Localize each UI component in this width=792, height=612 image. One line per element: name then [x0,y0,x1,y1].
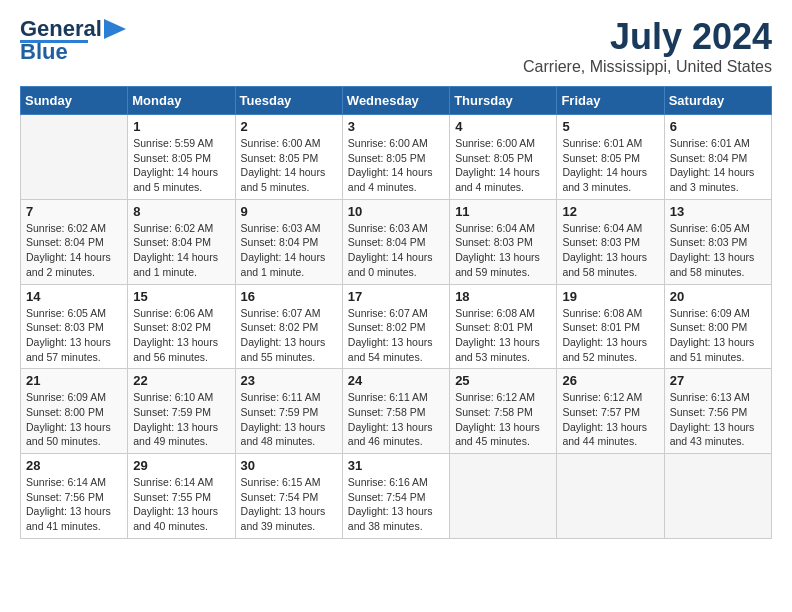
day-info: Sunrise: 6:14 AMSunset: 7:56 PMDaylight:… [26,475,122,534]
day-info: Sunrise: 6:07 AMSunset: 8:02 PMDaylight:… [241,306,337,365]
day-info: Sunrise: 6:01 AMSunset: 8:04 PMDaylight:… [670,136,766,195]
day-info: Sunrise: 6:16 AMSunset: 7:54 PMDaylight:… [348,475,444,534]
calendar-week-row: 7Sunrise: 6:02 AMSunset: 8:04 PMDaylight… [21,199,772,284]
day-info: Sunrise: 6:08 AMSunset: 8:01 PMDaylight:… [455,306,551,365]
day-number: 10 [348,204,444,219]
day-info: Sunrise: 6:15 AMSunset: 7:54 PMDaylight:… [241,475,337,534]
day-number: 19 [562,289,658,304]
calendar-cell: 26Sunrise: 6:12 AMSunset: 7:57 PMDayligh… [557,369,664,454]
calendar-cell: 28Sunrise: 6:14 AMSunset: 7:56 PMDayligh… [21,454,128,539]
calendar-week-row: 14Sunrise: 6:05 AMSunset: 8:03 PMDayligh… [21,284,772,369]
day-number: 3 [348,119,444,134]
day-of-week-header: Wednesday [342,87,449,115]
day-number: 27 [670,373,766,388]
day-number: 20 [670,289,766,304]
calendar-cell: 1Sunrise: 5:59 AMSunset: 8:05 PMDaylight… [128,115,235,200]
calendar-cell: 20Sunrise: 6:09 AMSunset: 8:00 PMDayligh… [664,284,771,369]
calendar-cell: 27Sunrise: 6:13 AMSunset: 7:56 PMDayligh… [664,369,771,454]
calendar-header-row: SundayMondayTuesdayWednesdayThursdayFrid… [21,87,772,115]
day-info: Sunrise: 6:03 AMSunset: 8:04 PMDaylight:… [241,221,337,280]
day-info: Sunrise: 6:12 AMSunset: 7:57 PMDaylight:… [562,390,658,449]
day-number: 30 [241,458,337,473]
calendar-cell: 24Sunrise: 6:11 AMSunset: 7:58 PMDayligh… [342,369,449,454]
day-number: 7 [26,204,122,219]
calendar-week-row: 1Sunrise: 5:59 AMSunset: 8:05 PMDaylight… [21,115,772,200]
svg-marker-0 [104,19,126,39]
day-info: Sunrise: 6:04 AMSunset: 8:03 PMDaylight:… [455,221,551,280]
day-number: 5 [562,119,658,134]
calendar-table: SundayMondayTuesdayWednesdayThursdayFrid… [20,86,772,539]
calendar-week-row: 21Sunrise: 6:09 AMSunset: 8:00 PMDayligh… [21,369,772,454]
day-info: Sunrise: 6:11 AMSunset: 7:58 PMDaylight:… [348,390,444,449]
day-number: 18 [455,289,551,304]
day-info: Sunrise: 6:02 AMSunset: 8:04 PMDaylight:… [26,221,122,280]
calendar-week-row: 28Sunrise: 6:14 AMSunset: 7:56 PMDayligh… [21,454,772,539]
day-number: 15 [133,289,229,304]
calendar-cell: 6Sunrise: 6:01 AMSunset: 8:04 PMDaylight… [664,115,771,200]
calendar-subtitle: Carriere, Mississippi, United States [523,58,772,76]
calendar-cell [21,115,128,200]
calendar-cell: 13Sunrise: 6:05 AMSunset: 8:03 PMDayligh… [664,199,771,284]
calendar-cell: 19Sunrise: 6:08 AMSunset: 8:01 PMDayligh… [557,284,664,369]
calendar-cell: 31Sunrise: 6:16 AMSunset: 7:54 PMDayligh… [342,454,449,539]
day-info: Sunrise: 6:09 AMSunset: 8:00 PMDaylight:… [670,306,766,365]
day-info: Sunrise: 6:12 AMSunset: 7:58 PMDaylight:… [455,390,551,449]
day-number: 25 [455,373,551,388]
day-of-week-header: Saturday [664,87,771,115]
calendar-cell: 11Sunrise: 6:04 AMSunset: 8:03 PMDayligh… [450,199,557,284]
logo-text-blue: Blue [20,39,68,65]
calendar-cell: 4Sunrise: 6:00 AMSunset: 8:05 PMDaylight… [450,115,557,200]
day-info: Sunrise: 6:00 AMSunset: 8:05 PMDaylight:… [455,136,551,195]
day-number: 2 [241,119,337,134]
day-number: 16 [241,289,337,304]
calendar-cell: 21Sunrise: 6:09 AMSunset: 8:00 PMDayligh… [21,369,128,454]
calendar-cell: 16Sunrise: 6:07 AMSunset: 8:02 PMDayligh… [235,284,342,369]
calendar-cell [664,454,771,539]
day-number: 9 [241,204,337,219]
day-info: Sunrise: 6:00 AMSunset: 8:05 PMDaylight:… [348,136,444,195]
day-info: Sunrise: 6:08 AMSunset: 8:01 PMDaylight:… [562,306,658,365]
calendar-cell: 23Sunrise: 6:11 AMSunset: 7:59 PMDayligh… [235,369,342,454]
page-header: General Blue July 2024 Carriere, Mississ… [20,16,772,76]
calendar-cell: 8Sunrise: 6:02 AMSunset: 8:04 PMDaylight… [128,199,235,284]
day-info: Sunrise: 6:02 AMSunset: 8:04 PMDaylight:… [133,221,229,280]
day-number: 14 [26,289,122,304]
day-number: 28 [26,458,122,473]
day-info: Sunrise: 6:05 AMSunset: 8:03 PMDaylight:… [670,221,766,280]
day-info: Sunrise: 6:13 AMSunset: 7:56 PMDaylight:… [670,390,766,449]
calendar-cell: 9Sunrise: 6:03 AMSunset: 8:04 PMDaylight… [235,199,342,284]
calendar-cell: 30Sunrise: 6:15 AMSunset: 7:54 PMDayligh… [235,454,342,539]
day-number: 22 [133,373,229,388]
day-number: 1 [133,119,229,134]
calendar-cell: 25Sunrise: 6:12 AMSunset: 7:58 PMDayligh… [450,369,557,454]
day-info: Sunrise: 6:10 AMSunset: 7:59 PMDaylight:… [133,390,229,449]
day-info: Sunrise: 6:00 AMSunset: 8:05 PMDaylight:… [241,136,337,195]
day-number: 26 [562,373,658,388]
calendar-cell [450,454,557,539]
logo: General Blue [20,16,126,65]
day-number: 23 [241,373,337,388]
calendar-cell: 29Sunrise: 6:14 AMSunset: 7:55 PMDayligh… [128,454,235,539]
calendar-cell: 3Sunrise: 6:00 AMSunset: 8:05 PMDaylight… [342,115,449,200]
day-info: Sunrise: 6:03 AMSunset: 8:04 PMDaylight:… [348,221,444,280]
day-number: 21 [26,373,122,388]
day-of-week-header: Tuesday [235,87,342,115]
day-info: Sunrise: 6:04 AMSunset: 8:03 PMDaylight:… [562,221,658,280]
calendar-cell: 12Sunrise: 6:04 AMSunset: 8:03 PMDayligh… [557,199,664,284]
day-number: 12 [562,204,658,219]
day-info: Sunrise: 5:59 AMSunset: 8:05 PMDaylight:… [133,136,229,195]
day-of-week-header: Sunday [21,87,128,115]
calendar-title: July 2024 [523,16,772,58]
day-info: Sunrise: 6:09 AMSunset: 8:00 PMDaylight:… [26,390,122,449]
day-number: 31 [348,458,444,473]
day-number: 8 [133,204,229,219]
calendar-cell: 10Sunrise: 6:03 AMSunset: 8:04 PMDayligh… [342,199,449,284]
day-of-week-header: Thursday [450,87,557,115]
calendar-cell: 5Sunrise: 6:01 AMSunset: 8:05 PMDaylight… [557,115,664,200]
day-of-week-header: Friday [557,87,664,115]
calendar-cell: 17Sunrise: 6:07 AMSunset: 8:02 PMDayligh… [342,284,449,369]
day-info: Sunrise: 6:14 AMSunset: 7:55 PMDaylight:… [133,475,229,534]
day-number: 29 [133,458,229,473]
day-number: 17 [348,289,444,304]
calendar-cell: 18Sunrise: 6:08 AMSunset: 8:01 PMDayligh… [450,284,557,369]
